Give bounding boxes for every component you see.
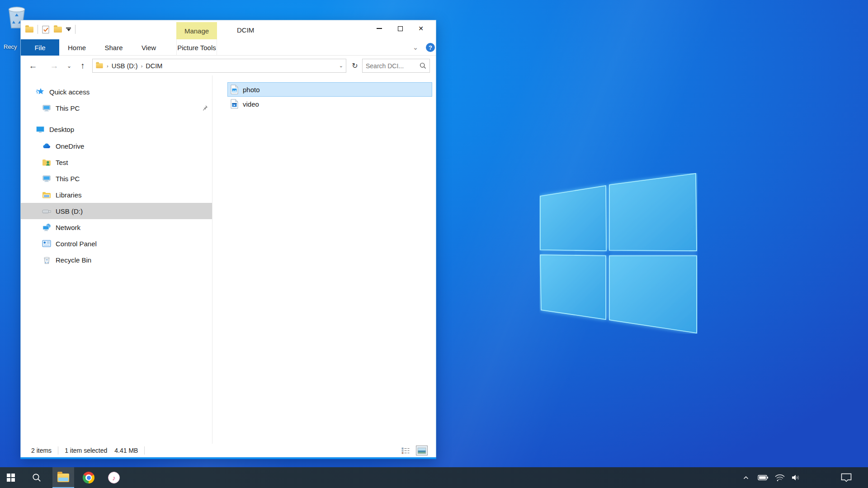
network-tray-icon[interactable] <box>772 467 788 488</box>
search-input[interactable]: Search DCI... <box>362 59 430 73</box>
sidebar-item-label: Quick access <box>49 88 90 96</box>
tab-file[interactable]: File <box>21 39 59 56</box>
ribbon-tab-row: File Home Share View Picture Tools ⌄ ? <box>21 39 436 56</box>
sidebar-item-label: Network <box>56 224 80 231</box>
breadcrumb-separator-icon: › <box>107 63 108 69</box>
qat-separator <box>75 25 75 34</box>
file-row-video[interactable]: video <box>227 97 432 111</box>
chevron-up-icon <box>742 474 750 481</box>
item-count: 2 items <box>31 447 52 454</box>
speaker-icon <box>791 474 801 482</box>
this-pc-monitor-icon <box>42 174 51 183</box>
tab-picture-tools[interactable]: Picture Tools <box>176 39 217 56</box>
thumbnail-view-button[interactable] <box>416 446 428 455</box>
sidebar-item-label: Libraries <box>56 191 82 199</box>
wifi-icon <box>774 474 785 482</box>
thumbnail-view-icon <box>417 447 426 454</box>
show-hidden-icons-button[interactable] <box>739 467 753 488</box>
back-button[interactable]: ← <box>27 56 39 75</box>
search-placeholder: Search DCI... <box>366 62 404 70</box>
minimize-icon <box>377 28 382 29</box>
selection-status: 1 item selected <box>65 447 107 454</box>
selection-size: 4.41 MB <box>114 447 138 454</box>
start-button[interactable] <box>0 467 22 488</box>
sidebar-item-quick-access[interactable]: Quick access <box>21 84 212 100</box>
tab-view[interactable]: View <box>133 39 164 56</box>
pin-icon <box>202 104 208 111</box>
details-view-button[interactable] <box>400 446 411 455</box>
title-bar[interactable]: Manage DCIM ✕ <box>21 20 436 39</box>
battery-icon <box>758 474 769 481</box>
music-app-icon: ♪ <box>108 472 120 483</box>
sidebar-item-label: Recycle Bin <box>56 256 91 264</box>
tab-share[interactable]: Share <box>99 39 129 56</box>
help-button[interactable]: ? <box>426 43 435 52</box>
quick-access-star-icon <box>36 87 45 96</box>
refresh-button[interactable]: ↻ <box>349 59 361 73</box>
file-row-photo[interactable]: photo <box>227 82 432 97</box>
sidebar-item-recycle-bin[interactable]: Recycle Bin <box>21 252 212 268</box>
taskbar-file-explorer-button[interactable] <box>52 467 74 488</box>
taskbar-chrome-button[interactable] <box>78 467 99 488</box>
taskbar: ♪ <box>0 467 868 488</box>
content-area: Quick access This PC Desktop OneDrive <box>21 75 436 444</box>
sidebar-item-control-panel[interactable]: Control Panel <box>21 235 212 252</box>
manage-contextual-tab[interactable]: Manage <box>176 22 217 39</box>
sidebar-item-onedrive[interactable]: OneDrive <box>21 138 212 154</box>
sidebar-item-label: Control Panel <box>56 240 97 248</box>
properties-icon[interactable] <box>42 25 50 34</box>
taskbar-search-button[interactable] <box>26 467 47 488</box>
status-separator <box>144 446 145 455</box>
sidebar-item-this-pc-pinned[interactable]: This PC <box>21 100 212 116</box>
maximize-icon <box>398 26 403 31</box>
search-icon[interactable] <box>420 62 426 69</box>
tab-home[interactable]: Home <box>61 39 92 56</box>
chrome-icon <box>83 472 94 483</box>
explorer-app-icon <box>25 27 33 33</box>
address-bar[interactable]: › USB (D:) › DCIM ⌄ <box>92 59 346 73</box>
network-icon <box>42 223 51 232</box>
file-name: video <box>243 100 259 108</box>
window-accent-border <box>20 457 436 459</box>
taskbar-music-button[interactable]: ♪ <box>103 467 125 488</box>
sidebar-item-usb-drive[interactable]: USB (D:) <box>21 203 212 219</box>
this-pc-monitor-icon <box>42 103 51 113</box>
window-controls: ✕ <box>369 20 431 37</box>
sidebar-item-label: USB (D:) <box>56 207 83 215</box>
close-button[interactable]: ✕ <box>410 20 431 37</box>
battery-tray-icon[interactable] <box>756 467 770 488</box>
recycle-bin-small-icon <box>42 255 51 264</box>
address-dropdown-icon[interactable]: ⌄ <box>339 63 343 69</box>
recent-locations-dropdown-icon[interactable]: ⌄ <box>65 56 74 75</box>
video-file-icon <box>231 99 238 109</box>
volume-tray-icon[interactable] <box>788 467 803 488</box>
sidebar-item-libraries[interactable]: Libraries <box>21 187 212 203</box>
new-folder-icon[interactable] <box>54 27 62 33</box>
expand-ribbon-chevron-icon[interactable]: ⌄ <box>409 39 422 56</box>
sidebar-item-desktop[interactable]: Desktop <box>21 121 212 137</box>
forward-button[interactable]: → <box>48 56 60 75</box>
minimize-button[interactable] <box>369 20 390 37</box>
sidebar-item-network[interactable]: Network <box>21 219 212 235</box>
screen: Recy Manage DCIM <box>0 0 868 488</box>
address-row: ← → ⌄ ↑ › USB (D:) › DCIM ⌄ ↻ Search DCI… <box>21 56 436 75</box>
file-name: photo <box>243 86 260 94</box>
sidebar-item-test-user-folder[interactable]: Test <box>21 154 212 170</box>
close-icon: ✕ <box>418 25 424 32</box>
up-button[interactable]: ↑ <box>77 56 89 75</box>
view-switcher <box>400 446 428 455</box>
onedrive-cloud-icon <box>42 141 51 150</box>
breadcrumb-folder[interactable]: DCIM <box>146 62 162 70</box>
control-panel-icon <box>42 239 51 248</box>
sidebar-item-this-pc[interactable]: This PC <box>21 170 212 187</box>
qat-separator <box>38 25 38 34</box>
breadcrumb-drive[interactable]: USB (D:) <box>112 62 138 70</box>
sidebar-item-label: This PC <box>56 104 80 112</box>
libraries-icon <box>42 190 51 199</box>
search-icon <box>32 473 42 483</box>
customize-qat-dropdown-icon[interactable] <box>66 28 71 31</box>
windows-logo-wallpaper <box>539 173 698 334</box>
maximize-button[interactable] <box>390 20 410 37</box>
action-center-button[interactable] <box>837 467 855 488</box>
recycle-bin-label: Recy <box>4 43 21 50</box>
